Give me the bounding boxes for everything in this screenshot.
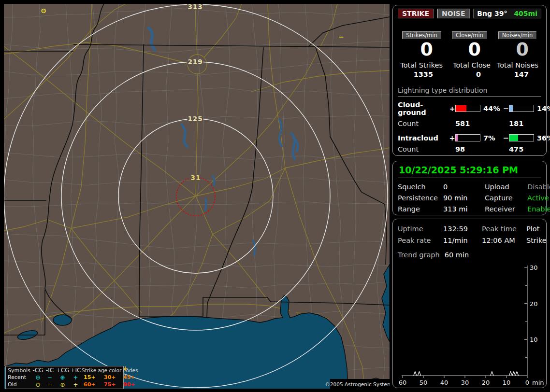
bearing-label: Bng 39° (477, 10, 507, 17)
svg-text:20: 20 (482, 379, 490, 385)
ic-count-label: Count (398, 145, 449, 153)
range-value: 313 mi (443, 205, 485, 213)
bearing-distance: 405mi (514, 10, 537, 17)
svg-text:10: 10 (503, 379, 511, 385)
strike-symbol--CG: ⊖ (41, 7, 46, 14)
strike-button[interactable]: STRIKE (398, 9, 434, 18)
svg-text:10: 10 (530, 336, 538, 343)
ring-label-313: 313 (188, 4, 203, 11)
peak-rate-label: Peak rate (398, 237, 443, 244)
copyright-bar: ©2005 Astrogenic Systems (330, 379, 390, 389)
legend-symbol-icon: − (44, 375, 56, 380)
uptime-value: 132:59 (443, 225, 482, 233)
upload-status: Disabled (527, 183, 550, 191)
total-strikes-label: Total Strikes (398, 61, 446, 69)
datetime-display: 10/22/2025 5:29:16 PM (398, 164, 541, 178)
cg-plus-pct: 44% (480, 105, 503, 112)
legend-col-ncg: -CG (32, 367, 44, 373)
total-close-label: Total Close (446, 61, 493, 69)
legend-row-old: Old⊖−⊕+60+75+90+ (8, 381, 140, 388)
total-noises-label: Total Noises (493, 61, 541, 69)
svg-text:60: 60 (399, 379, 407, 385)
legend-age-label: Recent (8, 375, 32, 380)
legend-age-value: 60+ (82, 382, 102, 387)
plot-value: Strike (526, 237, 547, 244)
legend-col-pcg: +CG (56, 367, 70, 373)
cg-minus-count: 181 (509, 120, 534, 127)
receiver-status: Enabled (527, 205, 550, 213)
legend-age-value: 75+ (102, 382, 121, 387)
squelch-value: 0 (443, 183, 485, 191)
legend-col-pic: +IC (70, 367, 82, 373)
plus-sign: + (449, 105, 455, 112)
legend-symbol-icon: ⊕ (56, 382, 70, 388)
symbol-legend: Symbols -CG -IC +CG +IC Strike age color… (5, 366, 124, 389)
close-per-min-chip[interactable]: Close/min (452, 31, 487, 39)
range-label: Range (398, 205, 443, 213)
upload-label: Upload (485, 183, 527, 191)
minus-sign: − (503, 134, 509, 142)
noises-per-min-chip[interactable]: Noises/min (498, 31, 536, 39)
plot-label: Plot (526, 225, 547, 233)
noises-per-min-value: 0 (493, 40, 541, 59)
ring-label-219: 219 (188, 58, 203, 66)
status-panel: 10/22/2025 5:29:16 PM Squelch 0 Upload D… (392, 161, 547, 215)
strikes-per-min-value: 0 (398, 40, 446, 59)
svg-text:20: 20 (530, 300, 538, 308)
cg-plus-bar (455, 105, 480, 112)
strike-stats-panel: STRIKE NOISE Bng 39° 405mi Strikes/min C… (392, 5, 547, 156)
noise-button[interactable]: NOISE (437, 9, 469, 18)
persistence-value: 90 min (443, 194, 485, 202)
ic-plus-pct: 7% (480, 134, 503, 142)
total-close-value: 0 (446, 70, 493, 78)
trend-panel: Uptime 132:59 Peak time Plot Peak rate 1… (392, 219, 547, 388)
persistence-label: Persistence (398, 194, 443, 202)
legend-row-recent: Recent⊖−⊕+15+30+45+ (8, 374, 140, 381)
legend-symbol-icon: ⊖ (32, 375, 44, 380)
trend-graph-label: Trend graph (398, 251, 440, 259)
trend-window-value: 60 min (445, 251, 469, 259)
ic-minus-pct: 36% (534, 134, 550, 142)
map-svg: 313 219 125 31 ⊖−+ (4, 4, 390, 389)
map-canvas[interactable]: 313 219 125 31 ⊖−+ ©2005 Astrogenic Syst… (4, 4, 390, 389)
peak-time-value: 12:06 AM (482, 237, 526, 244)
squelch-label: Squelch (398, 183, 443, 191)
legend-symbol-icon: ⊕ (56, 375, 70, 380)
legend-col-nic: -IC (44, 367, 56, 373)
peak-time-label: Peak time (482, 225, 526, 233)
legend-symbol-icon: − (44, 382, 56, 388)
legend-age-header: Strike age color codes (82, 368, 140, 373)
ring-label-31: 31 (191, 174, 201, 182)
minus-sign: − (503, 105, 509, 112)
cg-plus-count: 581 (455, 120, 480, 127)
ic-minus-count: 475 (509, 145, 534, 153)
svg-text:30: 30 (530, 264, 538, 271)
ring-label-125: 125 (188, 115, 203, 123)
peak-rate-value: 11/min (443, 237, 482, 244)
legend-symbols-header: Symbols (8, 368, 32, 373)
intracloud-label: Intracloud (398, 134, 449, 142)
strikes-per-min-chip[interactable]: Strikes/min (402, 31, 441, 39)
cg-count-label: Count (398, 120, 449, 127)
svg-text:30: 30 (461, 379, 469, 385)
svg-text:50: 50 (420, 379, 428, 385)
svg-text:0: 0 (525, 379, 529, 385)
legend-symbol-icon: ⊖ (32, 382, 44, 388)
capture-label: Capture (485, 194, 527, 202)
trend-graph: 1020306050403020100min (396, 261, 545, 385)
legend-symbol-icon: + (70, 382, 82, 388)
legend-age-value: 45+ (121, 375, 140, 380)
legend-age-label: Old (8, 382, 32, 387)
total-noises-value: 147 (493, 70, 541, 78)
total-strikes-value: 1335 (398, 70, 446, 78)
legend-age-value: 90+ (121, 382, 140, 387)
close-per-min-value: 0 (446, 40, 493, 59)
legend-symbol-icon: + (70, 375, 82, 380)
receiver-label: Receiver (485, 205, 527, 213)
svg-text:40: 40 (440, 379, 449, 385)
legend-age-value: 30+ (102, 375, 121, 380)
legend-age-value: 15+ (82, 375, 102, 380)
svg-text:min: min (532, 379, 544, 385)
capture-status: Active (527, 194, 550, 202)
cg-minus-bar (509, 105, 534, 112)
